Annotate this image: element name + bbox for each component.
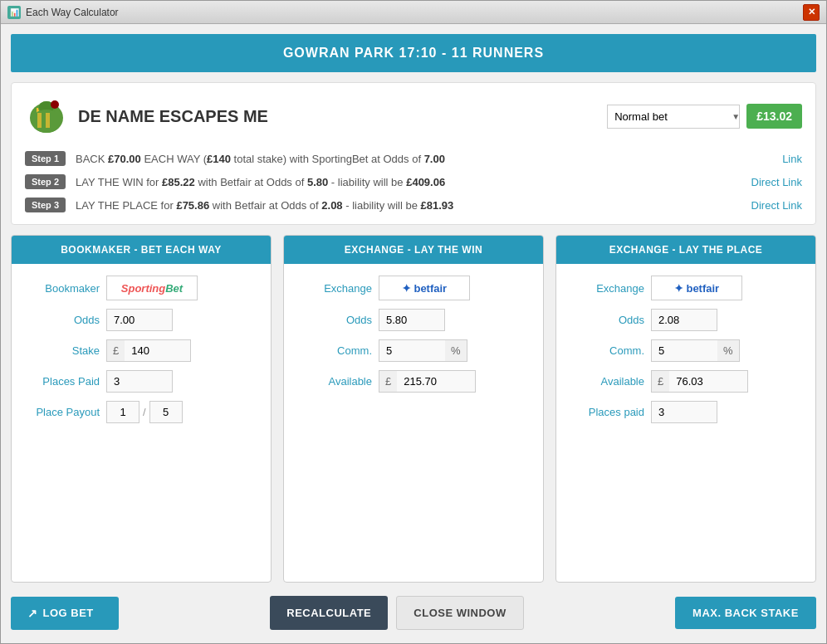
bet-type-wrapper[interactable]: Normal bet Each Way [607, 105, 746, 129]
bet-type-select[interactable]: Normal bet Each Way [607, 105, 740, 129]
currency-prefix-lay-place: £ [651, 370, 669, 393]
calc-panels: BOOKMAKER - BET EACH WAY Bookmaker Sport… [11, 235, 816, 583]
svg-rect-8 [37, 113, 42, 128]
lay-place-places-paid-label: Places paid [570, 406, 644, 418]
bookmaker-payout-fraction: / [106, 401, 183, 423]
close-window-button-bottom[interactable]: CLOSE WINDOW [396, 596, 523, 630]
lay-place-panel: EXCHANGE - LAY THE PLACE Exchange ✦ betf… [555, 235, 816, 583]
step-1-link[interactable]: Link [782, 153, 802, 165]
slash-divider: / [139, 406, 149, 418]
steps-container: Step 1 BACK £70.00 EACH WAY (£140 total … [25, 151, 802, 212]
lay-win-comm-label: Comm. [297, 344, 372, 357]
bookmaker-exchange-row: Bookmaker SportingBet [25, 276, 257, 300]
betfair-logo-lay-win: ✦ betfair [379, 276, 470, 300]
horse-section: DE NAME ESCAPES ME Normal bet Each Way £… [11, 82, 816, 225]
percent-suffix-lay-win: % [445, 339, 467, 362]
bookmaker-places-paid-input[interactable] [106, 370, 173, 393]
step-1-row: Step 1 BACK £70.00 EACH WAY (£140 total … [25, 151, 802, 166]
bookmaker-stake-input[interactable] [125, 339, 191, 362]
lay-place-odds-row: Odds [570, 309, 802, 331]
bookmaker-odds-label: Odds [25, 314, 100, 326]
lay-place-exchange-row: Exchange ✦ betfair [570, 276, 802, 300]
max-back-stake-button[interactable]: MAX. BACK STAKE [675, 597, 816, 629]
log-bet-icon: ↗ [27, 607, 38, 620]
bookmaker-odds-row: Odds [25, 309, 257, 331]
lay-win-exchange-label: Exchange [297, 282, 372, 295]
horse-silks-icon [25, 95, 68, 138]
lay-win-panel: EXCHANGE - LAY THE WIN Exchange ✦ betfai… [283, 235, 544, 583]
lay-win-odds-input[interactable] [379, 309, 445, 331]
step-3-link[interactable]: Direct Link [751, 199, 802, 212]
lay-place-places-paid-row: Places paid [570, 401, 802, 423]
percent-suffix-lay-place: % [717, 339, 740, 362]
step-3-badge: Step 3 [25, 198, 66, 212]
bookmaker-odds-input[interactable] [106, 309, 173, 331]
lay-place-comm-label: Comm. [570, 344, 644, 357]
lay-place-odds-label: Odds [570, 314, 644, 326]
step-2-badge: Step 2 [25, 174, 66, 189]
lay-place-comm-input-wrapper: % [651, 339, 740, 362]
lay-place-available-row: Available £ [570, 370, 802, 393]
svg-rect-9 [46, 113, 50, 128]
betfair-logo-text: ✦ betfair [402, 282, 447, 295]
sportingbet-logo: SportingBet [121, 282, 183, 295]
lay-win-panel-header: EXCHANGE - LAY THE WIN [284, 236, 543, 264]
race-header: GOWRAN PARK 17:10 - 11 RUNNERS [11, 34, 816, 72]
bookmaker-stake-row: Stake £ [25, 339, 257, 362]
bookmaker-places-paid-label: Places Paid [25, 375, 100, 388]
lay-place-available-input-wrapper: £ [651, 370, 748, 393]
horse-header: DE NAME ESCAPES ME Normal bet Each Way £… [25, 95, 802, 138]
app-icon: 📊 [7, 6, 21, 19]
lay-place-odds-input[interactable] [651, 309, 717, 331]
center-buttons: RECALCULATE CLOSE WINDOW [270, 596, 523, 630]
bookmaker-logo: SportingBet [106, 276, 198, 300]
lay-win-odds-row: Odds [297, 309, 530, 331]
currency-prefix: £ [106, 339, 125, 362]
step-1-text: BACK £70.00 EACH WAY (£140 total stake) … [76, 153, 772, 165]
bookmaker-panel-body: Bookmaker SportingBet Odds Stake [12, 264, 271, 435]
title-bar-text: Each Way Calculator [26, 7, 803, 18]
lay-win-available-input[interactable] [397, 370, 476, 393]
lay-place-exchange-label: Exchange [570, 282, 644, 295]
lay-place-panel-body: Exchange ✦ betfair Odds Comm. [556, 264, 815, 435]
bookmaker-place-payout-row: Place Payout / [25, 401, 257, 423]
close-window-button[interactable]: ✕ [803, 4, 820, 21]
lay-win-panel-body: Exchange ✦ betfair Odds Comm. [284, 264, 543, 404]
lay-place-places-paid-input[interactable] [651, 401, 717, 423]
bookmaker-payout-num-input[interactable] [106, 401, 139, 423]
bookmaker-label: Bookmaker [25, 282, 100, 295]
bookmaker-payout-den-input[interactable] [149, 401, 183, 423]
step-2-row: Step 2 LAY THE WIN for £85.22 with Betfa… [25, 174, 802, 189]
log-bet-button[interactable]: ↗ LOG BET [11, 597, 119, 630]
lay-win-odds-label: Odds [297, 314, 372, 326]
step-3-text: LAY THE PLACE for £75.86 with Betfair at… [76, 199, 741, 212]
profit-badge: £13.02 [746, 104, 802, 129]
lay-win-available-input-wrapper: £ [379, 370, 476, 393]
step-2-link[interactable]: Direct Link [751, 176, 802, 188]
bookmaker-stake-label: Stake [25, 344, 100, 357]
step-2-text: LAY THE WIN for £85.22 with Betfair at O… [76, 176, 741, 188]
lay-place-panel-header: EXCHANGE - LAY THE PLACE [556, 236, 815, 264]
bookmaker-stake-input-wrapper: £ [106, 339, 191, 362]
lay-place-available-input[interactable] [669, 370, 748, 393]
currency-prefix-lay-win: £ [379, 370, 397, 393]
lay-place-comm-row: Comm. % [570, 339, 802, 362]
lay-win-available-label: Available [297, 375, 372, 388]
lay-win-comm-row: Comm. % [297, 339, 530, 362]
recalculate-button[interactable]: RECALCULATE [270, 596, 388, 630]
bottom-bar: ↗ LOG BET RECALCULATE CLOSE WINDOW MAX. … [11, 593, 816, 633]
lay-place-available-label: Available [570, 375, 644, 388]
lay-win-comm-input[interactable] [379, 339, 445, 362]
svg-point-6 [51, 100, 59, 109]
lay-place-comm-input[interactable] [651, 339, 717, 362]
title-bar: 📊 Each Way Calculator ✕ [1, 1, 826, 24]
main-content: GOWRAN PARK 17:10 - 11 RUNNERS DE N [1, 24, 826, 643]
log-bet-label: LOG BET [43, 607, 94, 619]
bookmaker-panel: BOOKMAKER - BET EACH WAY Bookmaker Sport… [11, 235, 272, 583]
step-3-row: Step 3 LAY THE PLACE for £75.86 with Bet… [25, 198, 802, 212]
betfair-logo-place-text: ✦ betfair [674, 282, 719, 295]
horse-name: DE NAME ESCAPES ME [78, 107, 607, 126]
betfair-logo-lay-place: ✦ betfair [651, 276, 742, 300]
lay-win-comm-input-wrapper: % [379, 339, 467, 362]
bookmaker-place-payout-label: Place Payout [25, 406, 100, 418]
